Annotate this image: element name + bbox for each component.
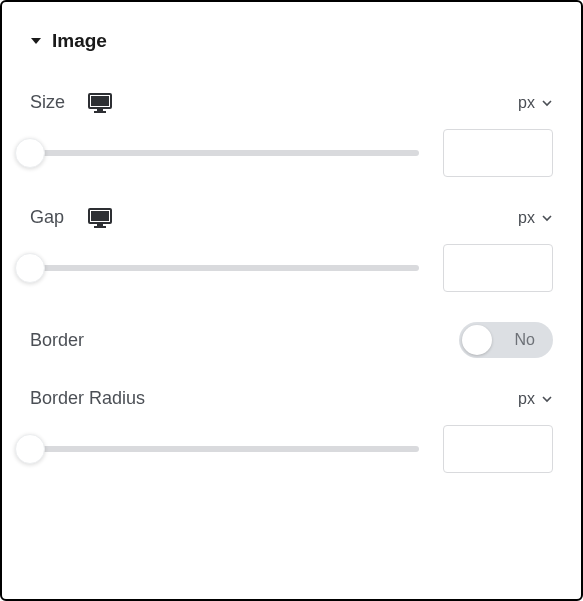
border-radius-slider[interactable]: [19, 446, 419, 452]
size-left: Size: [30, 92, 112, 113]
border-row: Border No: [30, 322, 553, 358]
caret-down-icon: [30, 36, 42, 46]
image-panel: Image Size px: [0, 0, 583, 601]
border-toggle[interactable]: No: [459, 322, 553, 358]
border-label: Border: [30, 330, 84, 351]
chevron-down-icon: [541, 394, 553, 404]
svg-rect-1: [91, 96, 109, 106]
toggle-off-label: No: [515, 331, 535, 349]
svg-rect-3: [94, 111, 106, 113]
svg-rect-6: [97, 224, 103, 226]
border-radius-slider-row: [30, 425, 553, 473]
desktop-icon[interactable]: [88, 208, 112, 228]
size-control: Size px: [30, 92, 553, 177]
border-radius-value-input[interactable]: [443, 425, 553, 473]
border-radius-unit-select[interactable]: px: [518, 390, 553, 408]
size-slider-row: [30, 129, 553, 177]
gap-unit-label: px: [518, 209, 535, 227]
border-radius-label: Border Radius: [30, 388, 145, 409]
gap-control: Gap px: [30, 207, 553, 292]
border-radius-control: Border Radius px: [30, 388, 553, 473]
size-unit-select[interactable]: px: [518, 94, 553, 112]
size-slider-thumb[interactable]: [15, 138, 45, 168]
gap-label: Gap: [30, 207, 70, 228]
chevron-down-icon: [541, 98, 553, 108]
svg-rect-2: [97, 109, 103, 111]
chevron-down-icon: [541, 213, 553, 223]
svg-rect-7: [94, 226, 106, 228]
gap-unit-select[interactable]: px: [518, 209, 553, 227]
toggle-thumb: [462, 325, 492, 355]
gap-header-row: Gap px: [30, 207, 553, 228]
size-unit-label: px: [518, 94, 535, 112]
section-header[interactable]: Image: [30, 30, 553, 52]
size-value-input[interactable]: [443, 129, 553, 177]
size-slider[interactable]: [19, 150, 419, 156]
section-title: Image: [52, 30, 107, 52]
border-radius-header-row: Border Radius px: [30, 388, 553, 409]
gap-slider[interactable]: [19, 265, 419, 271]
svg-rect-5: [91, 211, 109, 221]
border-radius-left: Border Radius: [30, 388, 145, 409]
size-header-row: Size px: [30, 92, 553, 113]
gap-slider-row: [30, 244, 553, 292]
gap-slider-thumb[interactable]: [15, 253, 45, 283]
gap-value-input[interactable]: [443, 244, 553, 292]
desktop-icon[interactable]: [88, 93, 112, 113]
border-radius-slider-thumb[interactable]: [15, 434, 45, 464]
border-radius-unit-label: px: [518, 390, 535, 408]
size-label: Size: [30, 92, 70, 113]
gap-left: Gap: [30, 207, 112, 228]
